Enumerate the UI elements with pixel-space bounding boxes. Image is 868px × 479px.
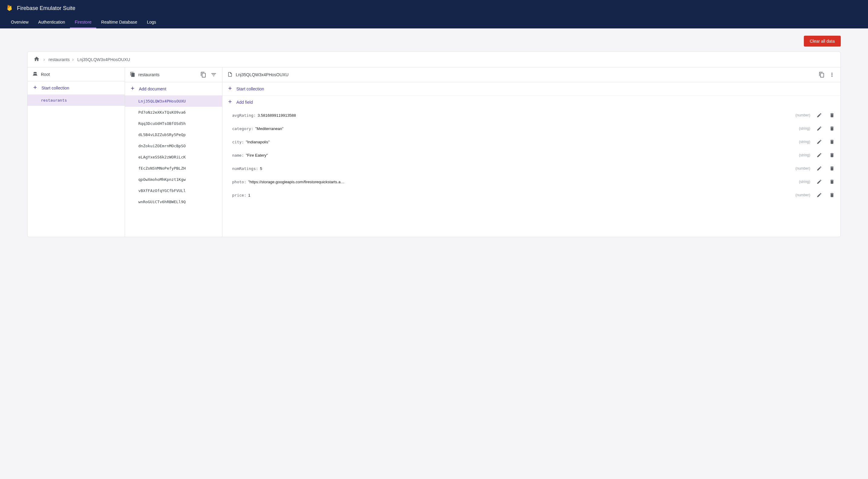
list-item[interactable]: eLAgYxeSS6k2zWORiLcK [125,151,222,163]
toolbar: Clear all data [0,28,868,52]
edit-icon[interactable] [816,192,823,199]
list-item[interactable]: Pd7oNz2eXKxTQsKO9va6 [125,107,222,118]
field-type: (string) [799,180,810,184]
field-value: "Mediterranean" [255,127,283,131]
field-value: "Indianapolis" [246,140,270,144]
more-vert-icon[interactable] [828,71,836,78]
start-collection-label: Start collection [41,85,69,91]
document-column: Lnj35QLQW3x4PHosOUXU Start collection [222,67,840,237]
collection-column: restaurants Add document Lnj35QLQW3x4PHo… [125,67,222,237]
plus-icon [227,99,233,105]
chevron-right-icon: › [43,57,45,62]
tab-authentication[interactable]: Authentication [33,16,70,28]
collection-icon [130,72,135,78]
field-row: city:"Indianapolis"(string) [222,135,840,148]
field-value: "https://storage.googleapis.com/firestor… [248,180,345,184]
list-item[interactable]: Rqq3DcuUdHTsOBfOSd5h [125,118,222,129]
list-item[interactable]: restaurants [28,95,125,106]
field-type: (string) [799,153,810,157]
document-column-title: Lnj35QLQW3x4PHosOUXU [236,72,288,77]
list-item[interactable]: wnRoGUiCTv6hRBWELl9Q [125,196,222,207]
breadcrumb-item[interactable]: Lnj35QLQW3x4PHosOUXU [77,57,130,62]
list-item[interactable]: vBXfFAzOfqYGCfbFVULl [125,185,222,196]
field-row: photo:"https://storage.googleapis.com/fi… [222,175,840,189]
plus-icon [227,85,233,92]
field-row: avgRating:3.5816899119913588(number) [222,109,840,122]
field-type: (string) [799,140,810,144]
firestore-panel: › restaurants› Lnj35QLQW3x4PHosOUXU Root… [27,52,841,237]
nav-tabs: OverviewAuthenticationFirestoreRealtime … [0,16,868,28]
plus-icon [130,85,135,92]
collection-column-title: restaurants [138,72,159,77]
copy-icon[interactable] [818,71,825,78]
list-item[interactable]: qpOwXmohoMhKpnzt1Kgw [125,174,222,185]
field-row: numRatings:5(number) [222,162,840,175]
field-type: (number) [795,193,810,197]
field-key: name: [232,153,244,158]
start-collection-button[interactable]: Start collection [28,81,125,95]
app-title: Firebase Emulator Suite [17,5,75,11]
field-key: avgRating: [232,113,256,117]
list-item[interactable]: dL5B4vLDZZubSRy5PeQp [125,129,222,140]
clear-all-data-button[interactable]: Clear all data [804,36,841,46]
delete-icon[interactable] [828,125,836,132]
app-header: Firebase Emulator Suite OverviewAuthenti… [0,0,868,28]
database-icon [32,71,38,77]
tab-overview[interactable]: Overview [6,16,33,28]
field-key: category: [232,127,253,131]
edit-icon[interactable] [816,138,823,145]
list-item[interactable]: Lnj35QLQW3x4PHosOUXU [125,96,222,107]
field-value: 5 [260,166,262,171]
tab-firestore[interactable]: Firestore [70,16,96,28]
delete-icon[interactable] [828,165,836,172]
copy-icon[interactable] [200,71,207,78]
field-value: 3.5816899119913588 [257,113,296,117]
field-key: city: [232,140,244,144]
firebase-logo-icon [6,4,13,12]
delete-icon[interactable] [828,151,836,159]
add-field-label: Add field [236,100,253,105]
delete-icon[interactable] [828,192,836,199]
delete-icon[interactable] [828,138,836,145]
edit-icon[interactable] [816,165,823,172]
field-type: (string) [799,127,810,131]
field-key: photo: [232,180,246,184]
root-column-title: Root [41,72,50,77]
breadcrumbs: › restaurants› Lnj35QLQW3x4PHosOUXU [28,52,840,67]
field-row: category:"Mediterranean"(string) [222,122,840,135]
edit-icon[interactable] [816,178,823,185]
field-type: (number) [795,113,810,117]
document-icon [227,72,233,78]
edit-icon[interactable] [816,111,823,119]
field-key: price: [232,193,246,198]
list-item[interactable]: fEcZoNSVMNoPefyPBLZH [125,163,222,174]
field-type: (number) [795,166,810,171]
add-document-button[interactable]: Add document [125,82,222,96]
edit-icon[interactable] [816,125,823,132]
root-column: Root Start collection restaurants [28,67,125,237]
delete-icon[interactable] [828,178,836,185]
breadcrumb-item[interactable]: restaurants [49,57,70,62]
add-field-button[interactable]: Add field [222,96,840,109]
tab-logs[interactable]: Logs [142,16,161,28]
home-icon[interactable] [34,56,40,63]
field-key: numRatings: [232,166,258,171]
delete-icon[interactable] [828,111,836,119]
tab-realtime-database[interactable]: Realtime Database [96,16,142,28]
list-item[interactable]: dnZokuiZOEmrnMOcBpSO [125,140,222,151]
start-collection-button[interactable]: Start collection [222,82,840,96]
field-value: "Fire Eatery" [246,153,268,158]
edit-icon[interactable] [816,151,823,159]
field-value: 1 [248,193,250,198]
start-collection-label: Start collection [236,87,264,91]
add-document-label: Add document [139,87,166,91]
field-row: name:"Fire Eatery"(string) [222,148,840,162]
chevron-right-icon: › [72,57,73,62]
filter-icon[interactable] [210,71,217,78]
plus-icon [32,85,38,91]
field-row: price:1(number) [222,189,840,202]
